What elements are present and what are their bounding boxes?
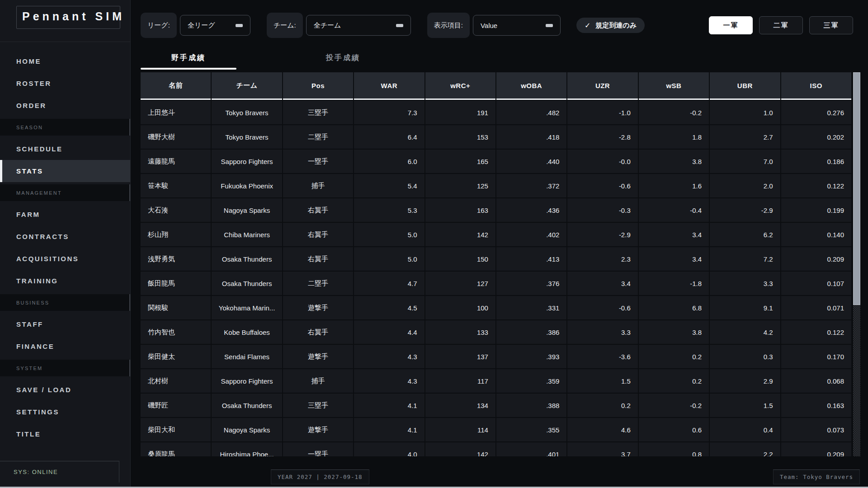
table-cell: 117: [425, 369, 495, 393]
table-col-header[interactable]: UZR: [567, 72, 637, 100]
table-cell: 4.3: [354, 345, 424, 368]
table-cell: 0.2: [567, 394, 637, 417]
table-cell: 4.2: [710, 320, 780, 344]
table-cell: .355: [496, 418, 566, 441]
table-row[interactable]: 飯田龍馬Osaka Thunders二塁手4.7127.3763.4-1.83.…: [141, 272, 851, 295]
table-cell: 柴田健太: [141, 345, 211, 368]
sidebar-item-contracts[interactable]: CONTRACTS: [0, 225, 130, 248]
team-status: Team: Tokyo Bravers: [773, 469, 860, 484]
table-cell: 遊撃手: [283, 418, 353, 441]
table-cell: -0.6: [567, 296, 637, 319]
scrollbar-thumb[interactable]: [853, 72, 860, 305]
tab-batting-stats[interactable]: 野手成績: [141, 53, 236, 70]
sidebar-item-schedule[interactable]: SCHEDULE: [0, 138, 130, 160]
table-cell: -1.0: [567, 101, 637, 124]
sidebar-section-management: MANAGEMENT: [0, 184, 130, 201]
table-cell: 0.2: [639, 369, 709, 393]
table-cell: 3.4: [567, 272, 637, 295]
table-cell: 0.4: [710, 418, 780, 441]
table-col-header[interactable]: チーム: [212, 72, 282, 100]
table-cell: .482: [496, 101, 566, 124]
table-col-header[interactable]: UBR: [710, 72, 780, 100]
status-bar: YEAR 2027 | 2027-09-18 Team: Tokyo Brave…: [271, 469, 860, 484]
table-row[interactable]: 磯野大樹Tokyo Bravers二塁手6.4153.418-2.81.82.7…: [141, 125, 851, 149]
qualified-only-toggle[interactable]: ✓ 規定到達のみ: [576, 18, 645, 33]
qualified-only-label: 規定到達のみ: [595, 21, 637, 30]
table-col-header[interactable]: 名前: [141, 72, 211, 100]
table-col-header[interactable]: wRC+: [425, 72, 495, 100]
table-row[interactable]: 柴田健太Sendai Flames遊撃手4.3137.393-3.60.20.3…: [141, 345, 851, 368]
table-row[interactable]: 柴田大和Nagoya Sparks遊撃手4.1114.3554.60.60.40…: [141, 418, 851, 441]
table-cell: 4.5: [354, 296, 424, 319]
table-cell: 4.1: [354, 394, 424, 417]
sidebar-item-order[interactable]: ORDER: [0, 94, 130, 117]
team-select[interactable]: 全チーム: [306, 15, 411, 36]
sidebar-item-staff[interactable]: STAFF: [0, 313, 130, 335]
squad-button-1[interactable]: 一軍: [709, 16, 753, 34]
table-col-header[interactable]: ISO: [781, 72, 851, 100]
table-cell: 3.3: [567, 320, 637, 344]
vertical-scrollbar[interactable]: [853, 72, 860, 456]
table-cell: 2.7: [710, 125, 780, 149]
table-cell: 0.068: [781, 369, 851, 393]
table-cell: 0.199: [781, 198, 851, 222]
table-cell: 一塁手: [283, 442, 353, 456]
table-row[interactable]: 遠藤龍馬Sapporo Fighters一塁手6.0165.440-0.03.8…: [141, 150, 851, 173]
table-row[interactable]: 磯野匠Osaka Thunders三塁手4.1134.3880.2-0.21.5…: [141, 394, 851, 417]
sidebar-item-training[interactable]: TRAINING: [0, 270, 130, 292]
table-cell: 0.073: [781, 418, 851, 441]
sidebar-item-roster[interactable]: ROSTER: [0, 72, 130, 94]
table-row[interactable]: 上田悠斗Tokyo Bravers三塁手7.3191.482-1.0-0.21.…: [141, 101, 851, 124]
table-col-header[interactable]: wSB: [639, 72, 709, 100]
display-item-select[interactable]: Value: [473, 15, 561, 36]
table-cell: -0.2: [639, 394, 709, 417]
table-row[interactable]: 竹内智也Kobe Buffaloes右翼手4.4133.3863.33.84.2…: [141, 320, 851, 344]
table-col-header[interactable]: wOBA: [496, 72, 566, 100]
filter-bar: リーグ: 全リーグ チーム: 全チーム 表示項目: Value ✓ 規定到達のみ…: [141, 13, 868, 38]
table-cell: 3.7: [567, 442, 637, 456]
sidebar-divider: [0, 42, 130, 42]
squad-button-2[interactable]: 二軍: [759, 16, 803, 34]
dropdown-indicator-icon: [236, 24, 243, 27]
table-cell: 一塁手: [283, 150, 353, 173]
squad-button-3[interactable]: 三軍: [809, 16, 853, 34]
table-col-header[interactable]: WAR: [354, 72, 424, 100]
table-cell: 大石湊: [141, 198, 211, 222]
table-cell: 6.4: [354, 125, 424, 149]
table-row[interactable]: 浅野勇気Osaka Thunders右翼手5.0150.4132.33.47.2…: [141, 247, 851, 271]
table-row[interactable]: 笹本駿Fukuoka Phoenix捕手5.4125.372-0.61.62.0…: [141, 174, 851, 197]
table-cell: 1.5: [567, 369, 637, 393]
table-cell: 捕手: [283, 369, 353, 393]
sidebar-item-title[interactable]: TITLE: [0, 423, 130, 445]
sidebar-item-stats[interactable]: STATS: [0, 160, 130, 182]
table-cell: 3.4: [639, 247, 709, 271]
sidebar-item-acquisitions[interactable]: ACQUISITIONS: [0, 248, 130, 270]
sidebar-item-farm[interactable]: FARM: [0, 203, 130, 225]
table-cell: .440: [496, 150, 566, 173]
sidebar-item-settings[interactable]: SETTINGS: [0, 401, 130, 423]
table-row[interactable]: 関根駿Yokohama Marin...遊撃手4.5100.331-0.66.8…: [141, 296, 851, 319]
table-row[interactable]: 北村樹Sapporo Fighters捕手4.3117.3591.50.22.9…: [141, 369, 851, 393]
team-filter-label: チーム:: [267, 13, 303, 38]
table-cell: 3.3: [710, 272, 780, 295]
sidebar-item-save-load[interactable]: SAVE / LOAD: [0, 379, 130, 401]
table-row[interactable]: 杉山翔Chiba Mariners右翼手5.0142.402-2.93.46.2…: [141, 223, 851, 246]
table-row[interactable]: 桑原龍馬Hiroshima Phoe...一塁手4.0142.4013.70.8…: [141, 442, 851, 456]
table-cell: Nagoya Sparks: [212, 198, 282, 222]
table-col-header[interactable]: Pos: [283, 72, 353, 100]
table-cell: 133: [425, 320, 495, 344]
table-cell: Sapporo Fighters: [212, 369, 282, 393]
display-item-filter-label: 表示項目:: [427, 13, 470, 38]
league-select[interactable]: 全リーグ: [180, 15, 250, 36]
sidebar-item-home[interactable]: HOME: [0, 50, 130, 72]
table-cell: 2.3: [567, 247, 637, 271]
squad-button-group: 一軍二軍三軍: [703, 16, 853, 34]
table-cell: 6.8: [639, 296, 709, 319]
table-cell: -0.3: [567, 198, 637, 222]
tab-pitching-stats[interactable]: 投手成績: [295, 53, 391, 70]
table-cell: 柴田大和: [141, 418, 211, 441]
sidebar-item-finance[interactable]: FINANCE: [0, 335, 130, 357]
table-cell: 1.8: [639, 125, 709, 149]
table-row[interactable]: 大石湊Nagoya Sparks右翼手5.3163.436-0.3-0.4-2.…: [141, 198, 851, 222]
table-header-row: 名前チームPosWARwRC+wOBAUZRwSBUBRISO: [141, 72, 851, 100]
